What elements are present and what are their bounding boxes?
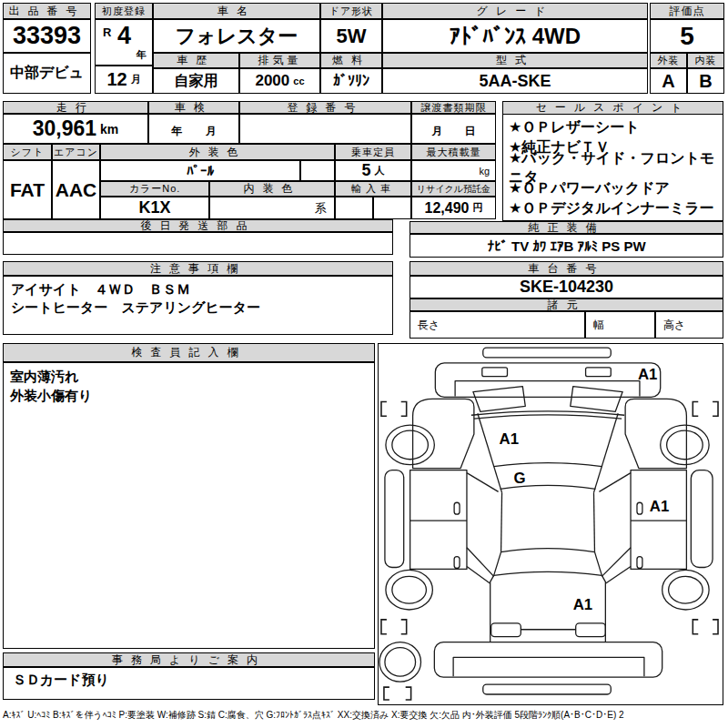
month-value: 12 [106, 69, 126, 90]
sales-point-item: ★バック・サイド・フロントモニタ [505, 158, 721, 178]
recycle-unit: 円 [472, 201, 482, 215]
chassis-number-header: 車台番号 [410, 261, 723, 276]
aircon: AAC [52, 160, 100, 219]
displacement-value: 2000 [255, 72, 289, 90]
exterior-grade: A [650, 68, 687, 94]
first-registration-year: R 4 年 [95, 19, 153, 66]
sales-point-item: ★ＯＰレザーシート [505, 117, 721, 137]
car-damage-diagram: A1 A1 G A1 A1 [379, 344, 721, 703]
shift: FAT [3, 160, 52, 219]
exterior-color-subcell [300, 160, 335, 181]
mileage-header: 走行 [3, 101, 148, 114]
shift-header: シフト [3, 144, 52, 160]
color-number-header: カラーNo. [100, 181, 209, 197]
sales-points-list: ★ＯＰレザーシート ★純正ナビＴＶ ★バック・サイド・フロントモニタ ★ＯＰパワ… [505, 117, 721, 219]
model-code: 5AA-SKE [382, 68, 648, 94]
office-notice-content: ＳＤカード預り [3, 667, 375, 700]
aircon-header: エアコン [52, 144, 100, 160]
equipment-list: ﾅﾋﾞ TV ｶﾜ ｴｱB ｱﾙﾐ PS PW [410, 234, 723, 258]
sales-points-header: セールスポイント [502, 101, 723, 115]
car-history-header: 車歴 [153, 53, 239, 68]
first-registration-header: 初度登録 [95, 3, 153, 19]
exterior-grade-header: 外装 [650, 53, 687, 68]
alignment-brackets [381, 401, 718, 700]
auction-venue: 中部デビュ [3, 53, 91, 94]
inspection-year-suffix: 年 [171, 124, 182, 139]
score-header: 評価点 [650, 3, 724, 19]
exterior-color-header: 外装色 [100, 144, 335, 160]
interior-grade: B [687, 68, 724, 94]
inspection-month-suffix: 月 [206, 124, 217, 139]
mileage-value: 30,961 [33, 116, 96, 141]
registration-number [239, 114, 411, 144]
import-subcell-left [335, 197, 373, 219]
chassis-number: SKE-104230 [410, 276, 723, 298]
note-line: アイサイト ４ＷＤ ＢＳＭ [11, 280, 385, 298]
inspector-notes-header: 検査員記入欄 [3, 343, 375, 362]
inspector-notes-content: 室内薄汚れ 外装小傷有り [3, 362, 375, 649]
capacity-header: 乗車定員 [335, 144, 411, 160]
era-year: 4 [117, 22, 131, 50]
recycle-deposit: 12,490 円 [411, 197, 496, 219]
import-subcell-right [373, 197, 411, 219]
damage-code-legend: A:ｷｽﾞ U:ﾍｺﾐ B:ｷｽﾞを伴うﾍｺﾐ P:要塗装 W:補修跡 S:錆 … [3, 709, 725, 725]
auction-number: 33393 [3, 19, 91, 53]
interior-color: 系 [209, 197, 335, 219]
damage-mark-hood: A1 [500, 430, 520, 448]
fuel-header: 燃料 [320, 53, 382, 68]
first-registration-month: 12 月 [95, 66, 153, 94]
spec-length: 長さ [410, 311, 585, 339]
recycle-deposit-header: リサイクル預託金 [411, 181, 496, 197]
exterior-color: ﾊﾟｰﾙ [100, 160, 300, 181]
era-letter: R [103, 25, 111, 39]
auction-sheet: 出品番号 33393 中部デビュ 初度登録 R 4 年 12 月 車名 フォレス… [0, 0, 728, 728]
color-number: K1X [100, 197, 209, 219]
score: 5 [650, 19, 724, 53]
later-parts-content [3, 232, 393, 255]
door-shape: 5W [320, 19, 382, 53]
notes-content: アイサイト ４ＷＤ ＢＳＭ シートヒーター ステアリングヒーター [3, 276, 393, 335]
office-notice-header: 事務局よりご案内 [3, 652, 375, 667]
displacement-header: 排気量 [239, 53, 320, 68]
inspection-header: 車検 [148, 101, 239, 114]
import-header: 輸入車 [335, 181, 411, 197]
auction-number-header: 出品番号 [3, 3, 91, 19]
equipment-header: 純正装備 [410, 221, 723, 234]
capacity: 5 人 [335, 160, 411, 181]
displacement-unit: cc [293, 76, 304, 86]
note-line: シートヒーター ステアリングヒーター [11, 298, 385, 317]
capacity-unit: 人 [375, 164, 385, 177]
recycle-amount: 12,490 [425, 200, 470, 217]
model-code-header: 型式 [382, 53, 648, 68]
max-load-header: 最大積載量 [411, 144, 496, 160]
fuel: ｶﾞｿﾘﾝ [320, 68, 382, 94]
displacement: 2000 cc [239, 68, 320, 94]
mileage: 30,961 km [3, 114, 148, 144]
damage-mark-right-front-door: A1 [650, 498, 670, 515]
grade: ｱﾄﾞﾊﾞﾝｽ 4WD [382, 19, 648, 53]
later-parts-header: 後日発送部品 [3, 219, 393, 232]
spec-width: 幅 [585, 311, 655, 339]
notes-header: 注意事項欄 [3, 261, 393, 276]
car-name: フォレスター [153, 19, 320, 53]
transfer-month-suffix: 月 [432, 124, 443, 139]
damage-diagram-box: A1 A1 G A1 A1 [378, 343, 723, 705]
inspector-note-line: 室内薄汚れ [10, 367, 368, 386]
transfer-day-suffix: 日 [465, 124, 476, 139]
interior-grade-header: 内装 [687, 53, 724, 68]
sales-point-item: ★ＯＰデジタルインナーミラー [505, 199, 721, 219]
damage-mark-windshield: G [513, 470, 525, 487]
transfer-docs-header: 譲渡書類期限 [411, 101, 496, 114]
inspector-note-line: 外装小傷有り [10, 386, 368, 405]
car-name-header: 車名 [153, 3, 320, 19]
mileage-unit: km [100, 122, 118, 136]
month-suffix: 月 [131, 73, 141, 86]
capacity-value: 5 [361, 161, 370, 180]
damage-mark-front-bumper: A1 [638, 366, 658, 383]
specs-header: 諸元 [410, 298, 723, 311]
registration-number-header: 登録番号 [239, 101, 411, 114]
inspection-expiry: 年 月 [148, 114, 239, 144]
car-history: 自家用 [153, 68, 239, 94]
interior-color-header: 内装色 [209, 181, 335, 197]
grade-header: グレード [382, 3, 648, 19]
